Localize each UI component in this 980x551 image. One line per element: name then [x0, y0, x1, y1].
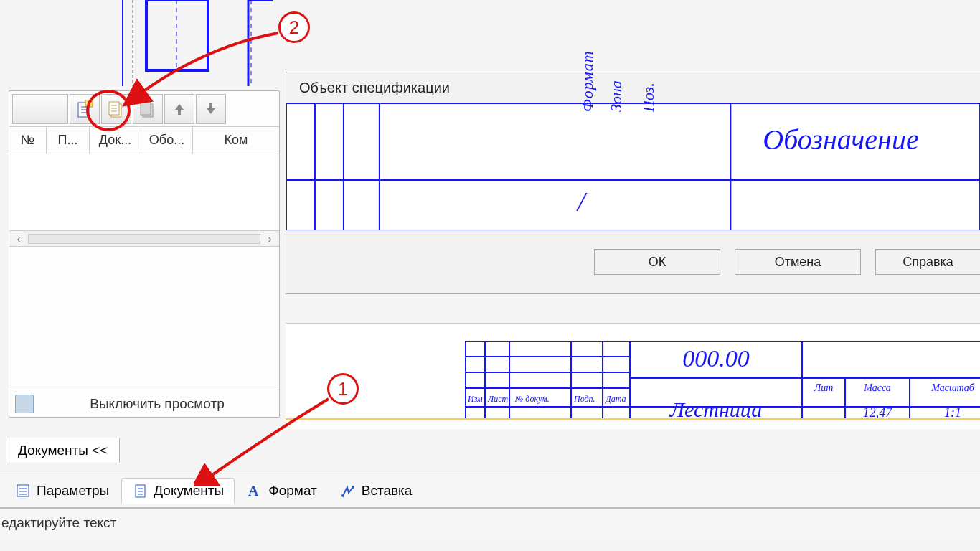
parameters-icon: [15, 483, 31, 499]
svg-text:12,47: 12,47: [863, 405, 893, 420]
svg-text:Масса: Масса: [863, 382, 891, 393]
dialog-buttons: ОК Отмена Справка: [286, 230, 980, 293]
bottom-tab-bar: Параметры Документы A Формат Вставка: [0, 474, 980, 508]
col-header-dok[interactable]: Док...: [90, 127, 141, 154]
docs-hscroll[interactable]: ‹ ›: [9, 230, 279, 246]
svg-text:Изм: Изм: [467, 394, 483, 404]
col-header-p[interactable]: П...: [47, 127, 90, 154]
tb-number: 000.00: [682, 345, 750, 372]
arrow-up-icon: [172, 102, 187, 116]
annotation-circle-target: [86, 90, 131, 131]
svg-text:Лит: Лит: [814, 382, 834, 393]
row1-format[interactable]: /: [578, 186, 585, 217]
insert-icon: [340, 483, 356, 499]
preview-footer: Выключить просмотр: [9, 390, 279, 417]
hdr-designation: Обозначение: [669, 123, 980, 156]
hdr-zone: Зона: [607, 37, 626, 112]
tab-format[interactable]: A Формат: [236, 478, 328, 504]
title-block: 000.00 Изм Лист № докум. Подп. Дата Лит …: [465, 341, 980, 422]
tab-parameters-label: Параметры: [37, 483, 109, 499]
selection-line: [286, 418, 980, 420]
tab-format-label: Формат: [268, 483, 317, 499]
tab-parameters[interactable]: Параметры: [4, 478, 120, 504]
documents-icon: [132, 483, 148, 499]
move-up-button[interactable]: [164, 94, 194, 124]
svg-text:Масштаб: Масштаб: [930, 382, 975, 393]
svg-text:Лестница: Лестница: [669, 397, 762, 420]
svg-point-49: [352, 486, 354, 489]
spec-table[interactable]: Формат Зона Поз. Обозначение Наименова /: [286, 103, 980, 230]
annotation-2: 2: [278, 11, 310, 43]
status-text: едактируйте текст: [1, 515, 116, 531]
svg-point-48: [341, 494, 344, 497]
documents-panel: № П... Док... Обо... Ком ‹ › Выключить п…: [9, 90, 280, 418]
tab-documents[interactable]: Документы: [121, 478, 235, 504]
hdr-pos: Поз.: [639, 37, 658, 112]
svg-rect-45: [17, 485, 29, 496]
svg-text:Дата: Дата: [605, 394, 626, 404]
svg-rect-20: [465, 341, 630, 420]
scroll-left-icon[interactable]: ‹: [12, 232, 25, 245]
document-stack-icon: [138, 100, 157, 118]
preview-area: [9, 246, 279, 390]
format-icon: A: [247, 483, 263, 499]
move-down-button[interactable]: [196, 94, 226, 124]
status-bar: едактируйте текст: [0, 508, 980, 537]
scroll-right-icon[interactable]: ›: [263, 232, 276, 245]
col-header-no[interactable]: №: [9, 127, 47, 154]
col-header-obo[interactable]: Обо...: [141, 127, 193, 154]
svg-rect-0: [146, 0, 208, 70]
toggle-preview-button[interactable]: Выключить просмотр: [41, 396, 273, 412]
spec-object-dialog: Объект спецификации Формат Зона Поз. Обо…: [286, 72, 980, 294]
toolbar-btn-3[interactable]: [133, 94, 163, 124]
panel-toolbar: [9, 91, 279, 127]
svg-text:A: A: [248, 483, 259, 499]
docs-grid-body[interactable]: [9, 154, 279, 230]
cancel-button[interactable]: Отмена: [735, 249, 861, 275]
columns-header: № П... Док... Обо... Ком: [9, 127, 279, 154]
drawing-canvas[interactable]: 000.00 Изм Лист № докум. Подп. Дата Лит …: [286, 323, 980, 429]
scroll-track[interactable]: [28, 234, 260, 244]
tab-documents-label: Документы: [154, 483, 224, 499]
arrow-down-icon: [204, 102, 218, 116]
drawing-fragment: [122, 0, 273, 79]
preview-swatch-icon: [15, 395, 34, 413]
documents-collapse-tab[interactable]: Документы <<: [6, 438, 120, 463]
toolbar-spacer-button[interactable]: [12, 94, 68, 124]
svg-text:1:1: 1:1: [944, 405, 961, 420]
ok-button[interactable]: ОК: [594, 249, 720, 275]
svg-text:Подп.: Подп.: [573, 394, 595, 404]
col-header-kom[interactable]: Ком: [193, 127, 279, 154]
svg-rect-12: [141, 102, 151, 115]
help-button[interactable]: Справка: [875, 249, 980, 275]
svg-text:№ докум.: № докум.: [514, 394, 550, 404]
tab-insert-label: Вставка: [362, 483, 413, 499]
dialog-title: Объект спецификации: [286, 72, 980, 103]
svg-text:Лист: Лист: [487, 394, 508, 404]
hdr-format: Формат: [578, 37, 597, 112]
tab-insert[interactable]: Вставка: [329, 478, 423, 504]
